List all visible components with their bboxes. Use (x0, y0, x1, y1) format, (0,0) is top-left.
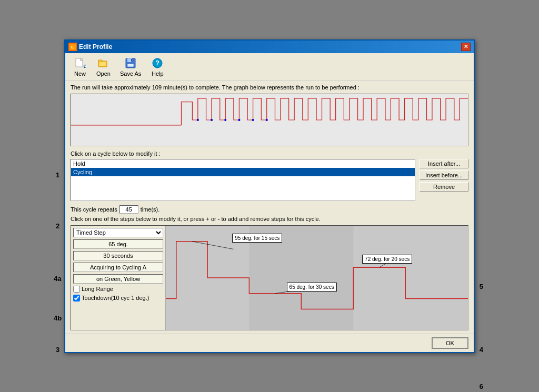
svg-point-20 (211, 119, 213, 121)
label-1: 1 (56, 171, 59, 179)
new-button[interactable]: ▼ New (69, 55, 91, 78)
repeat-prefix: This cycle repeats (71, 206, 117, 213)
ok-button[interactable]: OK (432, 337, 468, 349)
insert-before-button[interactable]: Insert before... (420, 170, 468, 180)
svg-rect-9 (98, 60, 102, 62)
save-icon (124, 57, 137, 69)
repeat-suffix: time(s). (141, 206, 160, 213)
open-icon (97, 57, 109, 69)
step-acquiring-field[interactable]: Acquiring to Cycling A (73, 263, 163, 272)
title-bar: E Edit Profile ✕ (65, 41, 474, 53)
step-type-select[interactable]: Timed Step (73, 228, 163, 237)
save-as-button[interactable]: Save As (116, 55, 145, 78)
help-button[interactable]: ? Help (147, 55, 168, 78)
svg-rect-14 (131, 59, 132, 62)
window-icon: E (68, 43, 77, 51)
svg-point-21 (224, 119, 226, 121)
repeat-row: This cycle repeats time(s). (71, 205, 468, 214)
toolbar: ▼ New Open (65, 53, 474, 81)
touchdown-checkbox[interactable] (73, 295, 80, 301)
long-range-checkbox[interactable] (73, 286, 80, 293)
label-5: 5 (480, 283, 483, 290)
cycle-section-label: Click on a cycle below to modify it : (71, 150, 468, 157)
svg-rect-17 (71, 94, 468, 146)
step-panel: Timed Step 65 deg. 30 seconds Acquiring … (71, 226, 166, 330)
insert-after-button[interactable]: Insert after... (420, 159, 468, 168)
touchdown-row: Touchdown(10 cyc 1 deg.) (73, 295, 163, 301)
svg-line-26 (192, 241, 233, 249)
main-content: The run will take approximately 109 minu… (65, 81, 474, 334)
step-temp-field[interactable]: 65 deg. (73, 239, 163, 249)
svg-text:▼: ▼ (83, 64, 86, 69)
cycle-item-hold[interactable]: Hold (71, 159, 415, 168)
annotation-95deg: 95 deg. for 15 secs (232, 234, 282, 243)
touchdown-label: Touchdown(10 cyc 1 deg.) (82, 295, 149, 301)
new-icon: ▼ (74, 57, 86, 69)
svg-rect-10 (99, 62, 106, 66)
run-graph (71, 94, 468, 146)
open-label: Open (96, 71, 111, 77)
step-area: − + Timed Step 65 deg. 30 seconds Acquir… (71, 225, 468, 330)
long-range-label: Long Range (82, 286, 113, 292)
label-3: 3 (56, 346, 59, 354)
label-6: 6 (480, 383, 483, 390)
step-color-field[interactable]: on Green, Yellow (73, 274, 163, 284)
open-button[interactable]: Open (93, 55, 114, 78)
svg-text:E: E (71, 45, 74, 49)
run-info-text: The run will take approximately 109 minu… (71, 84, 468, 91)
label-4a: 4a (54, 275, 61, 283)
new-label: New (74, 71, 86, 77)
close-button[interactable]: ✕ (461, 43, 471, 51)
annotation-72deg: 72 deg. for 20 secs (362, 255, 412, 264)
label-2: 2 (56, 222, 59, 230)
svg-point-23 (252, 119, 254, 121)
step-time-field[interactable]: 30 seconds (73, 251, 163, 260)
cycle-list[interactable]: Hold Cycling (71, 159, 415, 201)
svg-text:?: ? (155, 59, 159, 67)
svg-point-22 (238, 119, 240, 121)
help-label: Help (152, 71, 164, 77)
title-bar-left: E Edit Profile (68, 43, 112, 51)
step-info-text: Click on one of the steps below to modif… (71, 216, 468, 222)
help-icon: ? (151, 57, 164, 69)
save-as-label: Save As (120, 71, 141, 77)
footer: OK (65, 334, 474, 352)
repeat-input[interactable] (119, 205, 138, 214)
long-range-row: Long Range (73, 286, 163, 293)
cycle-item-cycling[interactable]: Cycling (71, 168, 415, 176)
cycle-buttons: Insert after... Insert before... Remove (420, 159, 468, 201)
step-graph: 95 deg. for 15 secs 65 deg. for 30 secs … (166, 226, 468, 330)
edit-profile-window: E Edit Profile ✕ ▼ New (64, 39, 475, 353)
label-4b: 4b (54, 314, 62, 322)
remove-button[interactable]: Remove (420, 182, 468, 192)
cycle-list-area: Hold Cycling Insert after... Insert befo… (71, 159, 468, 201)
label-4: 4 (480, 346, 483, 354)
annotation-65deg: 65 deg. for 30 secs (287, 283, 337, 292)
svg-point-19 (197, 119, 199, 121)
svg-point-24 (266, 119, 268, 121)
window-title: Edit Profile (79, 43, 112, 51)
svg-rect-13 (127, 64, 134, 67)
